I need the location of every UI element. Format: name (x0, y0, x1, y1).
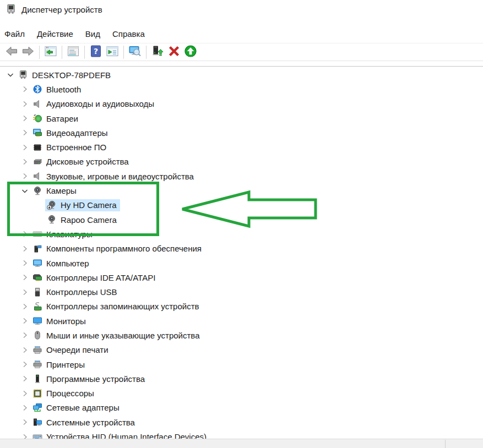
chevron-right-icon[interactable] (19, 128, 31, 137)
tree-item-label: Сетевые адаптеры (46, 403, 120, 412)
tree-item-content[interactable]: Мониторы (31, 315, 89, 327)
uninstall-device-button[interactable] (166, 45, 182, 60)
tree-item-content[interactable]: Очереди печати (31, 344, 112, 356)
tree-item-content[interactable]: Устройства HID (Human Interface Devices) (31, 431, 210, 439)
menu-item-help[interactable]: Справка (106, 28, 151, 40)
tree-item-rapoo-camera[interactable]: Rapoo Camera (0, 212, 483, 227)
tree-item-batteries[interactable]: Батареи (0, 111, 483, 125)
tree-item-cameras[interactable]: Камеры (0, 183, 483, 198)
chevron-right-icon[interactable] (19, 374, 31, 383)
back-button[interactable] (4, 45, 19, 60)
action-pane-button[interactable] (105, 45, 120, 60)
tree-item-display-adapters[interactable]: Видеоадаптеры (0, 125, 483, 140)
tree-item-label: DESKTOP-78PDEFB (32, 70, 111, 80)
tree-item-content[interactable]: Rapoo Camera (45, 214, 120, 226)
update-driver-software-button[interactable] (183, 45, 198, 60)
forward-button[interactable] (20, 45, 36, 60)
horizontal-scrollbar[interactable] (0, 439, 483, 448)
update-driver-button[interactable] (150, 45, 165, 60)
device-manager-icon (6, 4, 17, 15)
tree-item-bluetooth[interactable]: Bluetooth (0, 82, 483, 96)
tree-item-content[interactable]: Программные устройства (31, 373, 148, 385)
menu-item-file[interactable]: Файл (4, 28, 31, 40)
chevron-right-icon[interactable] (19, 100, 31, 108)
chevron-right-icon[interactable] (19, 346, 31, 354)
tree-item-content[interactable]: Контроллеры запоминающих устройств (31, 301, 202, 313)
tree-item-content[interactable]: Батареи (31, 112, 82, 124)
tree-item-storage-controllers[interactable]: Контроллеры запоминающих устройств (0, 299, 483, 314)
disk-drive-icon (32, 157, 42, 167)
chevron-right-icon[interactable] (19, 316, 31, 325)
menu-item-view[interactable]: Вид (79, 28, 106, 40)
tree-item-hid-devices[interactable]: Устройства HID (Human Interface Devices) (0, 429, 483, 439)
tree-item-computer[interactable]: Компьютер (0, 256, 483, 270)
tree-item-content[interactable]: Bluetooth (31, 83, 84, 95)
chevron-down-icon[interactable] (4, 70, 17, 79)
show-console-tree-button[interactable] (43, 45, 58, 60)
tree-item-disk-drives[interactable]: Дисковые устройства (0, 155, 483, 169)
tree-item-processors[interactable]: Процессоры (0, 386, 483, 401)
tree-item-monitors[interactable]: Мониторы (0, 314, 483, 328)
chevron-right-icon[interactable] (19, 172, 31, 181)
tree-item-content[interactable]: Процессоры (31, 387, 97, 400)
bluetooth-icon (32, 84, 42, 94)
tree-item-content[interactable]: Камеры (31, 185, 80, 197)
tree-item-content[interactable]: Дисковые устройства (31, 156, 132, 168)
tree-item-content[interactable]: Мыши и иные указывающие устройства (31, 329, 203, 341)
tree-item-usb-controllers[interactable]: Контроллеры USB (0, 285, 483, 299)
tree-item-content[interactable]: Клавиатуры (31, 228, 96, 240)
tree-item-ide-controllers[interactable]: Контроллеры IDE ATA/ATAPI (0, 270, 483, 285)
scan-hardware-changes-button[interactable] (127, 45, 143, 60)
tree-item-content[interactable]: Видеоадаптеры (31, 127, 111, 139)
chevron-right-icon[interactable] (19, 403, 31, 412)
tree-item-content[interactable]: Сетевые адаптеры (31, 402, 123, 414)
usb-controller-icon (32, 287, 42, 297)
tree-item-printers[interactable]: Принтеры (0, 357, 483, 371)
tree-item-system-devices[interactable]: Системные устройства (0, 415, 483, 429)
chevron-right-icon[interactable] (19, 331, 31, 340)
chevron-down-icon[interactable] (19, 187, 31, 195)
tree-item-content[interactable]: Контроллеры USB (31, 286, 121, 298)
tree-item-content[interactable]: Hy HD Camera (45, 199, 120, 211)
chevron-right-icon[interactable] (19, 302, 31, 311)
tree-item-firmware[interactable]: Встроенное ПО (0, 140, 483, 154)
tree-item-print-queues[interactable]: Очереди печати (0, 343, 483, 357)
tree-item-content[interactable]: Компьютер (31, 257, 93, 269)
chevron-right-icon[interactable] (19, 433, 31, 439)
chevron-right-icon[interactable] (19, 259, 31, 267)
tree-item-content[interactable]: Принтеры (31, 358, 88, 370)
tree-item-sound-game-video[interactable]: Звуковые, игровые и видеоустройства (0, 169, 483, 183)
tree-item-content[interactable]: Аудиовходы и аудиовыходы (31, 98, 158, 110)
tree-item-content[interactable]: Встроенное ПО (31, 141, 110, 154)
tree-item-software-devices[interactable]: Программные устройства (0, 371, 483, 386)
tree-item-label: Звуковые, игровые и видеоустройства (46, 172, 194, 181)
tree-item-content[interactable]: DESKTOP-78PDEFB (17, 69, 114, 81)
tree-item-content[interactable]: Звуковые, игровые и видеоустройства (31, 170, 197, 182)
tree-item-content[interactable]: Компоненты программного обеспечения (31, 243, 205, 255)
tree-item-label: Компоненты программного обеспечения (46, 244, 202, 253)
tree-item-desktop-78pdefb[interactable]: DESKTOP-78PDEFB (0, 68, 483, 82)
chevron-right-icon[interactable] (19, 143, 31, 152)
chevron-right-icon[interactable] (19, 85, 31, 94)
chevron-right-icon[interactable] (19, 273, 31, 282)
chevron-right-icon[interactable] (19, 418, 31, 427)
tree-item-hy-hd-camera[interactable]: Hy HD Camera (0, 198, 483, 212)
properties-button[interactable] (66, 45, 81, 60)
help-button[interactable]: ? (88, 45, 104, 60)
chevron-right-icon[interactable] (19, 244, 31, 253)
tree-item-keyboards[interactable]: Клавиатуры (0, 227, 483, 241)
tree-item-label: Мыши и иные указывающие устройства (46, 331, 199, 340)
chevron-right-icon[interactable] (19, 389, 31, 398)
tree-item-content[interactable]: Контроллеры IDE ATA/ATAPI (31, 271, 159, 283)
tree-item-content[interactable]: Системные устройства (31, 416, 138, 428)
tree-item-mice[interactable]: Мыши и иные указывающие устройства (0, 328, 483, 342)
chevron-right-icon[interactable] (19, 114, 31, 123)
chevron-right-icon[interactable] (19, 360, 31, 369)
chevron-right-icon[interactable] (19, 230, 31, 238)
tree-item-audio-inputs-outputs[interactable]: Аудиовходы и аудиовыходы (0, 97, 483, 111)
chevron-right-icon[interactable] (19, 157, 31, 166)
tree-item-network-adapters[interactable]: Сетевые адаптеры (0, 401, 483, 415)
menu-item-action[interactable]: Действие (31, 28, 79, 40)
tree-item-software-components[interactable]: Компоненты программного обеспечения (0, 242, 483, 256)
chevron-right-icon[interactable] (19, 288, 31, 297)
